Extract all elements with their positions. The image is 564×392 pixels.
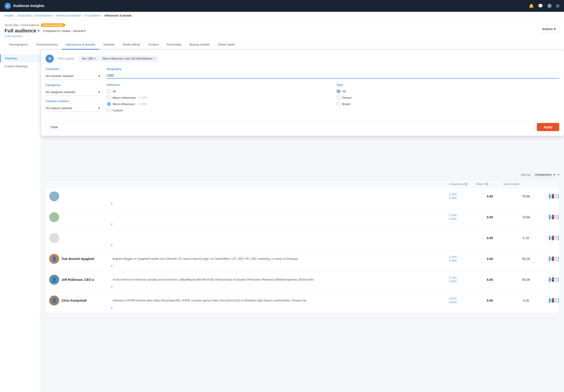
expand-row-icon[interactable]: ▾ xyxy=(49,285,113,289)
app-logo: a xyxy=(4,3,11,9)
close-filter-button[interactable]: ✕ xyxy=(45,54,54,63)
influence-macro-radio[interactable] xyxy=(107,95,111,100)
type-brand-radio[interactable] xyxy=(336,102,340,106)
biography-section: Biography xyxy=(107,67,559,79)
clear-button[interactable]: Clear xyxy=(45,123,63,131)
col-social-media: Social media xyxy=(504,183,549,186)
reach-value: 79.6K xyxy=(504,215,549,219)
instagram-icon[interactable]: 📷 xyxy=(551,298,554,303)
expand-row-icon[interactable]: ▾ xyxy=(49,243,113,247)
influence-macro-option[interactable]: Macro influencers (> 100K) xyxy=(107,95,330,100)
influence-custom-option[interactable]: Custom xyxy=(107,108,330,112)
tab-influencers-brands[interactable]: Influencers & brands xyxy=(62,40,99,50)
sidebar-item-custom-rankings[interactable]: Custom Rankings xyxy=(0,62,41,70)
type-all-option[interactable]: All xyxy=(336,89,559,93)
breadcrumb-full-audience[interactable]: Full audience xyxy=(85,14,101,17)
comparison-dropdown[interactable]: Global - General ▾ xyxy=(62,29,86,33)
messages-icon[interactable]: 💬 xyxy=(538,3,543,8)
breadcrumb-audience-breakdown[interactable]: Audience breakdown xyxy=(56,14,81,17)
facebook-icon[interactable]: f xyxy=(558,194,559,199)
breadcrumb-social-data[interactable]: Social Data - Conversational xyxy=(17,14,52,17)
table-row: 👤 Tom Bourlet Spaghett Brighton Blogger … xyxy=(45,251,559,271)
sidebar-item-ranking[interactable]: Ranking xyxy=(0,54,41,62)
instagram-icon[interactable]: 📷 xyxy=(551,277,554,282)
tab-demographics[interactable]: Demographics xyxy=(5,40,32,50)
tab-content[interactable]: Content xyxy=(144,40,163,50)
influencers-table: Uniqueness i Reach i Social media xyxy=(45,180,560,313)
reach-value: 78.9K xyxy=(504,195,549,198)
expand-row-icon[interactable]: ▾ xyxy=(49,306,113,310)
tab-interests[interactable]: Interests xyxy=(99,40,119,50)
expand-row-icon[interactable]: ▾ xyxy=(49,201,113,206)
interconnectivity-badge[interactable]: Interconnectivity xyxy=(41,23,65,27)
instagram-icon[interactable]: 📷 xyxy=(551,256,554,261)
influence-micro-option[interactable]: Micro influencers (< 100K) xyxy=(107,102,330,106)
youtube-icon[interactable]: ▶ xyxy=(555,215,557,220)
twitter-icon[interactable]: 𝕏 xyxy=(549,256,551,261)
instagram-icon[interactable]: 📷 xyxy=(551,235,554,241)
filter-footer: Clear Apply xyxy=(45,120,559,131)
youtube-icon[interactable]: ▶ xyxy=(555,298,557,303)
notifications-icon[interactable]: 🔔 xyxy=(529,3,534,8)
twitter-icon[interactable]: 𝕏 xyxy=(549,277,551,282)
youtube-icon[interactable]: ▶ xyxy=(555,194,557,199)
settings-icon[interactable]: ⚙️ xyxy=(547,3,552,8)
page-subtitle: Social Data - Conversational Interconnec… xyxy=(4,23,538,27)
youtube-icon[interactable]: ▶ xyxy=(555,256,557,261)
categories-dropdown[interactable]: All categories selected ▾ xyxy=(45,89,100,96)
uniqueness-value: 6.69 xyxy=(476,236,504,240)
breadcrumb-insights[interactable]: Insights xyxy=(4,14,14,17)
filter-tag-bio-cbd-remove[interactable]: × xyxy=(94,57,96,60)
facebook-icon[interactable]: f xyxy=(558,235,559,241)
twitter-icon[interactable]: 𝕏 xyxy=(549,194,551,199)
youtube-icon[interactable]: ▶ xyxy=(555,235,557,241)
biography-label: Biography xyxy=(107,67,559,71)
page-title: Full audience ▾ xyxy=(4,28,40,34)
table-row: 0.76% 0.05% 6.69 79.6K 𝕏 📷 ▶ f in xyxy=(45,209,559,230)
expand-row-icon[interactable]: ▾ xyxy=(49,264,113,268)
reach-info-icon[interactable]: i xyxy=(485,183,488,186)
apply-button[interactable]: Apply xyxy=(537,123,559,131)
type-person-option[interactable]: Person xyxy=(336,95,559,100)
tab-online-habits[interactable]: Online habits xyxy=(214,40,239,50)
grid-icon[interactable]: ⊞ xyxy=(556,3,560,8)
tab-media-affinity[interactable]: Media affinity xyxy=(119,40,144,50)
facebook-icon[interactable]: f xyxy=(558,256,559,261)
instagram-icon[interactable]: 📷 xyxy=(551,194,554,199)
facebook-icon[interactable]: f xyxy=(558,215,559,220)
twitter-icon[interactable]: 𝕏 xyxy=(549,235,551,241)
countries-dropdown[interactable]: All countries selected ▾ xyxy=(45,72,100,80)
breadcrumb: Insights › Social Data - Conversational … xyxy=(0,12,564,20)
type-all-radio[interactable] xyxy=(336,89,340,93)
influence-custom-radio[interactable] xyxy=(107,108,111,112)
twitter-icon[interactable]: 𝕏 xyxy=(549,215,551,220)
tab-personality[interactable]: Personality xyxy=(163,40,185,50)
facebook-icon[interactable]: f xyxy=(558,298,559,303)
influence-all-radio[interactable] xyxy=(107,89,111,93)
tab-socioeconomics[interactable]: Socioeconomics xyxy=(32,40,62,50)
instagram-icon[interactable]: 📷 xyxy=(551,215,554,220)
actions-button[interactable]: Actions ▾ xyxy=(538,25,560,33)
expand-row-icon[interactable]: ▾ xyxy=(49,222,113,227)
influence-micro-radio[interactable] xyxy=(107,102,111,106)
influence-all-option[interactable]: All xyxy=(107,89,330,93)
type-brand-option[interactable]: Brand xyxy=(336,102,559,106)
creator-cell xyxy=(49,191,113,201)
type-person-radio[interactable] xyxy=(336,95,340,100)
audience-dropdown-icon[interactable]: ▾ xyxy=(38,29,40,33)
filter-tag-micro-remove[interactable]: × xyxy=(153,57,155,60)
table-row: 👤 Chris Kempshall Historian of #FWW Ente… xyxy=(45,292,559,313)
uniqueness-info-icon[interactable]: i xyxy=(464,183,467,186)
social-media-icons: 𝕏 📷 ▶ f in xyxy=(549,194,556,199)
comparison-dropdown-icon[interactable]: ▾ xyxy=(84,29,86,33)
tab-buying-mindset[interactable]: Buying mindset xyxy=(185,40,214,50)
sort-dropdown[interactable]: Uniqueness xyxy=(533,172,556,177)
sort-dropdown-icon[interactable]: ▾ xyxy=(558,173,560,176)
influence-type-row: Influence All Macro influencers (> 100K) xyxy=(107,83,559,115)
content-creators-dropdown[interactable]: All creators selected ▾ xyxy=(45,105,100,112)
twitter-icon[interactable]: 𝕏 xyxy=(549,298,551,303)
sidebar: Ranking Custom Rankings xyxy=(0,50,41,392)
facebook-icon[interactable]: f xyxy=(558,277,559,282)
biography-input[interactable] xyxy=(107,72,559,79)
youtube-icon[interactable]: ▶ xyxy=(555,277,557,282)
